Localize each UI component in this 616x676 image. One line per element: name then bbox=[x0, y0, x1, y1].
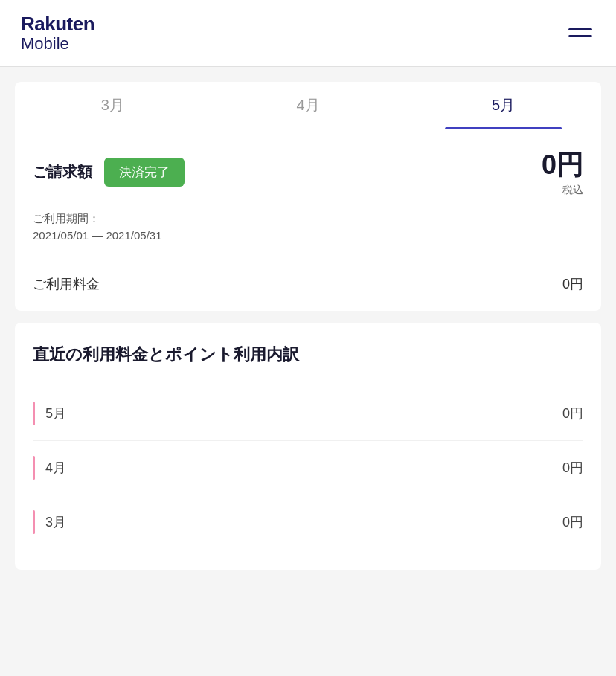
hamburger-line-1 bbox=[568, 28, 592, 30]
logo: Rakuten Mobile bbox=[21, 13, 94, 53]
billing-usage-amount: 0円 bbox=[562, 275, 583, 293]
logo-mobile: Mobile bbox=[21, 35, 94, 53]
recent-card: 直近の利用料金とポイント利用内訳 5月 0円 4月 0円 3月 0円 bbox=[15, 323, 601, 570]
tab-april[interactable]: 4月 bbox=[211, 82, 406, 129]
billing-tax: 税込 bbox=[542, 184, 583, 197]
billing-period-value: 2021/05/01 — 2021/05/31 bbox=[33, 229, 583, 242]
billing-amount-container: 0円 税込 bbox=[542, 147, 583, 197]
recent-item-amount: 0円 bbox=[562, 405, 583, 422]
billing-period: ご利用期間： 2021/05/01 — 2021/05/31 bbox=[33, 212, 583, 242]
recent-item-month: 3月 bbox=[45, 513, 66, 531]
billing-amount: 0円 bbox=[542, 147, 583, 184]
recent-item-month: 4月 bbox=[45, 459, 66, 477]
billing-header: ご請求額 決済完了 0円 税込 bbox=[33, 147, 583, 197]
logo-rakuten: Rakuten bbox=[21, 13, 94, 35]
recent-item: 4月 0円 bbox=[33, 441, 583, 495]
recent-item: 5月 0円 bbox=[33, 387, 583, 441]
header: Rakuten Mobile bbox=[0, 0, 616, 67]
recent-item-left: 5月 bbox=[33, 402, 66, 425]
billing-card: 3月 4月 5月 ご請求額 決済完了 0円 税込 ご bbox=[15, 82, 601, 311]
pink-bar-icon bbox=[33, 456, 35, 480]
billing-header-left: ご請求額 決済完了 bbox=[33, 158, 185, 187]
recent-title: 直近の利用料金とポイント利用内訳 bbox=[33, 344, 583, 366]
hamburger-menu-button[interactable] bbox=[565, 25, 595, 40]
recent-item-month: 5月 bbox=[45, 405, 66, 422]
billing-usage-label: ご利用料金 bbox=[33, 275, 100, 293]
billing-section: ご請求額 決済完了 0円 税込 ご利用期間： 2021/05/01 — 2021… bbox=[15, 129, 601, 311]
recent-item-amount: 0円 bbox=[562, 513, 583, 531]
billing-period-label: ご利用期間： bbox=[33, 212, 583, 226]
recent-item: 3月 0円 bbox=[33, 495, 583, 549]
tab-may[interactable]: 5月 bbox=[405, 82, 601, 129]
hamburger-line-2 bbox=[568, 35, 592, 37]
month-tabs: 3月 4月 5月 bbox=[15, 82, 601, 129]
pink-bar-icon bbox=[33, 510, 35, 534]
status-badge: 決済完了 bbox=[104, 158, 185, 187]
pink-bar-icon bbox=[33, 402, 35, 425]
recent-item-left: 4月 bbox=[33, 456, 66, 480]
billing-title: ご請求額 bbox=[33, 162, 92, 182]
recent-item-left: 3月 bbox=[33, 510, 66, 534]
recent-item-amount: 0円 bbox=[562, 459, 583, 477]
main-content: 3月 4月 5月 ご請求額 決済完了 0円 税込 ご bbox=[0, 67, 616, 585]
billing-usage-row: ご利用料金 0円 bbox=[33, 260, 583, 293]
recent-items-list: 5月 0円 4月 0円 3月 0円 bbox=[33, 387, 583, 549]
tab-march[interactable]: 3月 bbox=[15, 82, 211, 129]
